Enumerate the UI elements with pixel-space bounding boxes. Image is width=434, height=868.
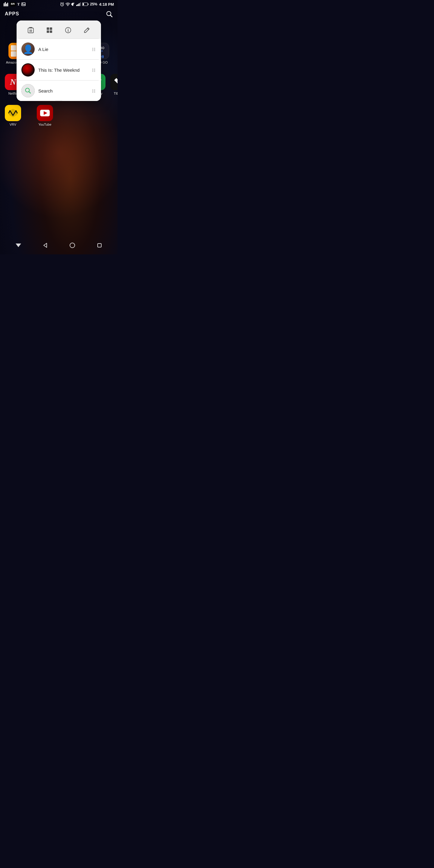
svg-point-48 — [94, 70, 95, 70]
signal-icon — [76, 2, 81, 6]
weeknd-label: This Is: The Weeknd — [38, 67, 91, 73]
svg-point-45 — [93, 68, 93, 69]
status-bar: BR T — [0, 0, 118, 8]
status-icons-right: 25% 4:18 PM — [60, 2, 114, 7]
svg-line-9 — [61, 2, 61, 3]
header: APPS — [0, 8, 118, 19]
battery-icon — [82, 2, 89, 6]
svg-rect-2 — [6, 4, 7, 6]
svg-rect-31 — [47, 27, 49, 30]
tidal-icon — [110, 74, 118, 90]
youtube-icon — [37, 105, 53, 121]
svg-rect-33 — [47, 30, 49, 33]
home-button[interactable] — [69, 241, 75, 248]
svg-point-54 — [94, 89, 95, 90]
svg-point-57 — [93, 92, 93, 93]
recent-apps-button[interactable] — [97, 241, 102, 248]
vrv-icon — [5, 105, 21, 121]
svg-point-55 — [93, 90, 93, 91]
svg-marker-82 — [16, 244, 21, 247]
drag-handle-3[interactable] — [91, 88, 96, 93]
app-vrv[interactable]: VRV — [2, 105, 24, 126]
avatar-weeknd — [22, 63, 35, 76]
svg-rect-32 — [50, 27, 52, 30]
svg-point-40 — [94, 48, 95, 49]
back-button[interactable] — [42, 241, 48, 248]
status-icons-left: BR T — [4, 2, 26, 7]
svg-point-39 — [93, 48, 93, 49]
svg-rect-0 — [4, 3, 4, 6]
edit-button[interactable] — [82, 25, 92, 36]
nav-bar — [0, 238, 118, 254]
svg-point-49 — [93, 71, 93, 72]
svg-point-56 — [94, 90, 95, 91]
header-title: APPS — [5, 11, 19, 17]
svg-point-37 — [68, 29, 68, 29]
svg-rect-16 — [78, 4, 79, 6]
svg-rect-17 — [79, 3, 80, 6]
delete-button[interactable] — [25, 25, 36, 36]
context-item-a-lie[interactable]: A Lie — [17, 39, 101, 59]
svg-point-41 — [93, 49, 93, 50]
grid-button[interactable] — [44, 25, 55, 36]
dropdown-nav-button[interactable] — [16, 241, 21, 248]
time-display: 4:18 PM — [99, 2, 114, 7]
avatar-search — [22, 84, 35, 97]
tidal-label: TIDAL — [108, 92, 118, 95]
image-icon — [22, 2, 26, 6]
svg-rect-13 — [71, 3, 72, 5]
svg-rect-18 — [80, 2, 81, 6]
search-label: Search — [38, 88, 91, 93]
svg-point-46 — [94, 68, 95, 69]
svg-line-8 — [62, 4, 63, 5]
svg-point-50 — [94, 71, 95, 72]
svg-rect-20 — [88, 4, 88, 5]
svg-rect-34 — [50, 30, 52, 33]
app-tidal[interactable]: TIDAL — [108, 74, 118, 95]
nyt-icon: T — [17, 2, 20, 7]
svg-rect-3 — [7, 3, 8, 6]
context-toolbar — [17, 21, 101, 38]
svg-line-10 — [63, 2, 64, 3]
svg-line-23 — [110, 15, 112, 17]
svg-point-58 — [94, 92, 95, 93]
silent-icon — [71, 2, 75, 6]
br-icon: BR — [10, 2, 16, 6]
equalizer-icon — [4, 2, 8, 6]
svg-point-47 — [93, 70, 93, 70]
svg-point-53 — [93, 89, 93, 90]
context-item-weeknd[interactable]: This Is: The Weeknd — [17, 60, 101, 80]
avatar-a-lie — [22, 42, 35, 56]
drag-handle-2[interactable] — [91, 67, 96, 72]
info-button[interactable] — [63, 25, 73, 36]
svg-point-44 — [94, 50, 95, 51]
a-lie-label: A Lie — [38, 47, 91, 52]
app-youtube[interactable]: YouTube — [34, 105, 56, 126]
search-button[interactable] — [106, 10, 113, 18]
context-menu: A Lie This Is: The Weeknd — [17, 21, 101, 101]
svg-rect-15 — [76, 5, 77, 6]
svg-line-52 — [29, 92, 31, 93]
alarm-icon — [60, 2, 64, 6]
context-item-search[interactable]: Search — [17, 81, 101, 101]
youtube-label: YouTube — [34, 123, 56, 126]
svg-point-11 — [67, 5, 68, 6]
app-row-3: VRV YouTube — [2, 105, 115, 126]
vrv-label: VRV — [2, 123, 24, 126]
svg-point-84 — [70, 243, 75, 248]
drag-handle-1[interactable] — [91, 46, 96, 52]
svg-rect-85 — [98, 244, 101, 247]
battery-percent: 25% — [90, 2, 97, 6]
svg-point-43 — [93, 50, 93, 51]
svg-rect-21 — [83, 3, 84, 5]
svg-point-42 — [94, 49, 95, 50]
wifi-icon — [65, 2, 70, 6]
svg-marker-83 — [44, 243, 47, 247]
svg-rect-1 — [5, 2, 6, 6]
